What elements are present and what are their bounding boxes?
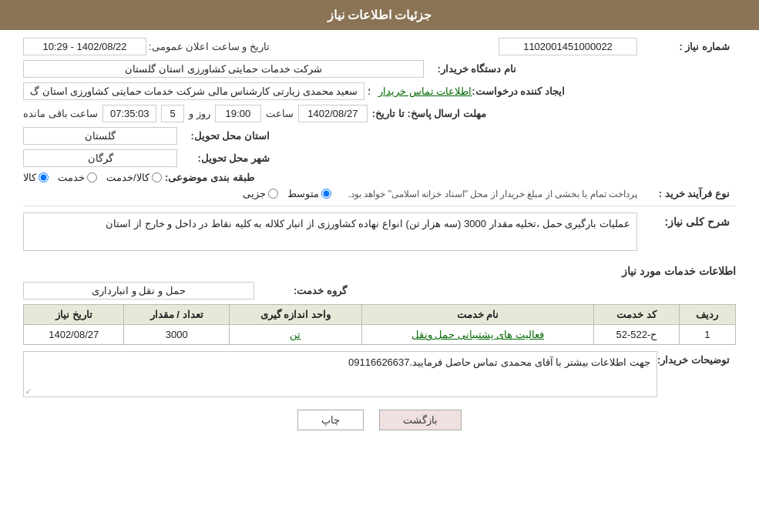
buyer-desc-text: جهت اطلاعات بیشتر با آقای محمدی تماس حاص… [348, 356, 650, 368]
requester-row: ایجاد کننده درخواست: اطلاعات تماس خریدار… [23, 82, 736, 100]
table-header-date: تاریخ نیاز [24, 305, 124, 325]
category-label-kala-khedmat: کالا/خدمت [106, 172, 149, 183]
service-group-row: گروه خدمت: حمل و نقل و انبارداری [23, 282, 736, 299]
deadline-date: 1402/08/27 [298, 105, 368, 122]
service-group-label: گروه خدمت: [254, 285, 347, 296]
deadline-remaining-label: ساعت باقی مانده [23, 108, 98, 119]
category-radio-kala-khedmat[interactable] [152, 172, 162, 182]
deadline-time: 19:00 [215, 105, 261, 122]
process-option-jozii: جزیی [243, 188, 278, 199]
table-header-qty: تعداد / مقدار [124, 305, 229, 325]
back-button[interactable]: بازگشت [379, 410, 462, 430]
table-header-code: کد خدمت [593, 305, 679, 325]
requester-link[interactable]: اطلاعات تماس خریدار [378, 85, 472, 97]
requester-sep: ؛ [368, 85, 371, 97]
province-value: گلستان [23, 127, 177, 145]
category-radio-group: کالا/خدمت خدمت کالا [23, 172, 162, 183]
cell-unit: تن [229, 325, 361, 345]
cell-service-name[interactable]: فعالیت های پشتیبانی حمل ونقل [361, 325, 593, 345]
requester-value: سعید محمدی زیارتی کارشناس مالی شرکت خدما… [23, 82, 364, 100]
description-section-title: شرح کلی نیاز: [637, 216, 730, 228]
deadline-label: مهلت ارسال پاسخ: تا تاریخ: [372, 108, 486, 119]
category-label-khedmat: خدمت [58, 172, 85, 183]
province-row: استان محل تحویل: گلستان [23, 127, 736, 145]
requester-label: ایجاد کننده درخواست: [472, 85, 565, 97]
process-option-motavasset: متوسط [287, 188, 331, 199]
process-label-motavasset: متوسط [287, 188, 319, 199]
city-row: شهر محل تحویل: گرگان [23, 149, 736, 167]
buyer-org-value: شرکت خدمات حمایتی کشاورزی استان گلستان [23, 60, 424, 78]
category-radio-kala[interactable] [39, 172, 49, 182]
table-header-name: نام خدمت [361, 305, 593, 325]
buttons-row: بازگشت چاپ [23, 410, 736, 430]
category-row: طبقه بندی موضوعی: کالا/خدمت خدمت کالا [23, 172, 736, 183]
deadline-remaining: 07:35:03 [102, 105, 156, 122]
buyer-desc-value: جهت اطلاعات بیشتر با آقای محمدی تماس حاص… [23, 351, 657, 397]
need-number-label: شماره نیاز : [637, 41, 730, 52]
page-title: جزئیات اطلاعات نیاز [327, 8, 432, 22]
process-radio-jozii[interactable] [268, 189, 278, 199]
deadline-row: مهلت ارسال پاسخ: تا تاریخ: 1402/08/27 سا… [23, 105, 736, 122]
need-number-value: 1102001451000022 [499, 38, 637, 55]
service-group-value: حمل و نقل و انبارداری [23, 282, 254, 299]
print-button[interactable]: چاپ [297, 410, 364, 430]
cell-date: 1402/08/27 [24, 325, 124, 345]
category-option-kala: کالا [23, 172, 49, 183]
need-number-row: شماره نیاز : 1102001451000022 تاریخ و سا… [23, 38, 736, 55]
category-radio-khedmat[interactable] [87, 172, 97, 182]
city-label: شهر محل تحویل: [177, 152, 270, 164]
cell-service-code: ح-522-52 [593, 325, 679, 345]
buyer-desc-label: توضیحات خریدار: [657, 354, 730, 366]
province-label: استان محل تحویل: [177, 130, 270, 142]
deadline-time-label: ساعت [266, 108, 294, 119]
service-table: ردیف کد خدمت نام خدمت واحد اندازه گیری ت… [23, 304, 736, 345]
process-label: نوع فرآیند خرید : [637, 188, 730, 199]
cell-quantity: 3000 [124, 325, 229, 345]
date-ann-value: 1402/08/22 - 10:29 [23, 38, 146, 55]
buyer-org-row: نام دستگاه خریدار: شرکت خدمات حمایتی کشا… [23, 60, 736, 78]
process-note: پرداخت تمام یا بخشی از مبلغ خریدار از مح… [348, 189, 637, 199]
buyer-org-label: نام دستگاه خریدار: [424, 63, 516, 75]
resize-handle: ↙ [25, 386, 32, 395]
date-ann-label: تاریخ و ساعت اعلان عمومی: [146, 41, 270, 52]
table-header-row: ردیف [679, 305, 735, 325]
category-label: طبقه بندی موضوعی: [162, 172, 254, 183]
process-label-jozii: جزیی [243, 188, 266, 199]
table-header-unit: واحد اندازه گیری [229, 305, 361, 325]
description-value: عملیات بارگیری حمل ،تخلیه مقدار 3000 (سه… [23, 212, 637, 251]
service-info-title: اطلاعات خدمات مورد نیاز [23, 265, 736, 277]
buyer-desc-section: توضیحات خریدار: جهت اطلاعات بیشتر با آقا… [23, 351, 736, 397]
process-radio-group: پرداخت تمام یا بخشی از مبلغ خریدار از مح… [23, 188, 637, 199]
page-header: جزئیات اطلاعات نیاز [0, 0, 759, 30]
cell-row-num: 1 [679, 325, 735, 345]
city-value: گرگان [23, 149, 177, 167]
category-option-kala-khedmat: کالا/خدمت [106, 172, 162, 183]
deadline-day-label: روز و [189, 108, 210, 119]
deadline-days: 5 [161, 105, 184, 122]
process-row: نوع فرآیند خرید : پرداخت تمام یا بخشی از… [23, 188, 736, 199]
category-option-khedmat: خدمت [58, 172, 97, 183]
table-row: 1 ح-522-52 فعالیت های پشتیبانی حمل ونقل … [24, 325, 736, 345]
category-label-kala: کالا [23, 172, 36, 183]
process-radio-motavasset[interactable] [321, 189, 331, 199]
